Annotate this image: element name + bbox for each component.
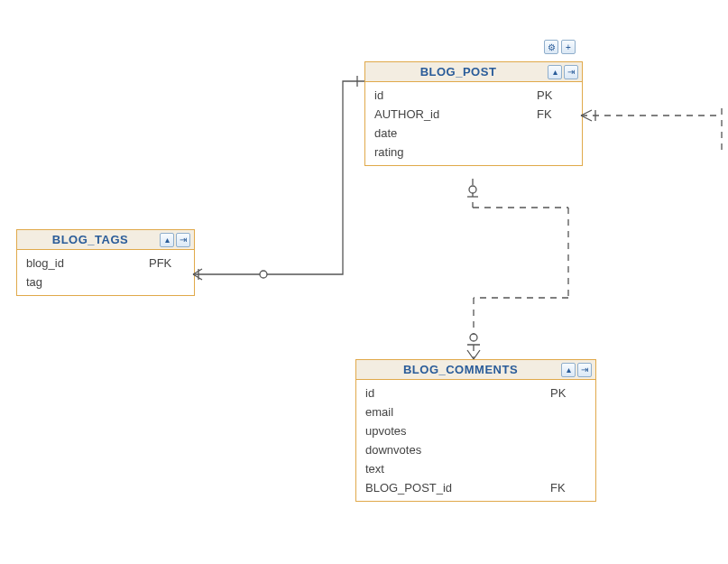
erd-canvas: { "toolbar": { "gear": "⚙", "plus": "+",… [0, 0, 728, 564]
col-key [550, 443, 586, 457]
col-key [537, 145, 573, 159]
collapse-icon[interactable]: ▴ [548, 65, 562, 79]
entity-title: BLOG_TAGS [21, 233, 160, 246]
col-key: PK [537, 88, 573, 102]
col-name: blog_id [26, 256, 149, 270]
entity-header-blog-comments[interactable]: BLOG_COMMENTS ▴ ⇥ [356, 360, 595, 380]
col-key [550, 462, 586, 476]
expand-icon[interactable]: ⇥ [564, 65, 578, 79]
table-row: blog_id PFK [17, 254, 194, 273]
entity-blog-tags[interactable]: BLOG_TAGS ▴ ⇥ blog_id PFK tag [16, 229, 195, 296]
expand-icon[interactable]: ⇥ [577, 363, 592, 377]
expand-icon[interactable]: ⇥ [176, 233, 190, 247]
collapse-icon[interactable]: ▴ [160, 233, 174, 247]
col-name: rating [374, 145, 537, 159]
table-row: text [356, 459, 595, 478]
col-key [550, 405, 586, 419]
table-row: rating [365, 143, 582, 162]
plus-icon[interactable]: + [561, 40, 576, 54]
gear-icon[interactable]: ⚙ [544, 40, 558, 54]
col-name: email [365, 405, 550, 419]
entity-blog-post[interactable]: BLOG_POST ▴ ⇥ id PK AUTHOR_id FK date ra… [364, 61, 583, 166]
svg-point-2 [470, 334, 477, 341]
col-name: tag [26, 275, 149, 289]
table-row: downvotes [356, 440, 595, 459]
col-key [550, 424, 586, 438]
entity-body: id PK AUTHOR_id FK date rating [365, 82, 582, 165]
svg-point-0 [260, 271, 267, 278]
col-name: BLOG_POST_id [365, 481, 550, 495]
entity-body: id PK email upvotes downvotes text BLOG_… [356, 380, 595, 501]
header-icons: ▴ ⇥ [561, 363, 592, 377]
col-name: downvotes [365, 443, 550, 457]
table-row: tag [17, 273, 194, 291]
col-key: FK [537, 107, 573, 121]
col-name: id [374, 88, 537, 102]
table-row: email [356, 402, 595, 421]
col-key: PK [550, 386, 586, 400]
col-name: id [365, 386, 550, 400]
entity-title: BLOG_COMMENTS [360, 363, 561, 376]
entity-body: blog_id PFK tag [17, 250, 194, 295]
col-key: PFK [149, 256, 185, 270]
col-name: AUTHOR_id [374, 107, 537, 121]
col-name: text [365, 462, 550, 476]
table-row: id PK [365, 86, 582, 105]
col-name: upvotes [365, 424, 550, 438]
table-row: AUTHOR_id FK [365, 105, 582, 124]
table-row: date [365, 124, 582, 143]
table-row: upvotes [356, 421, 595, 440]
table-row: BLOG_POST_id FK [356, 478, 595, 497]
header-icons: ▴ ⇥ [160, 233, 190, 247]
entity-title: BLOG_POST [369, 65, 548, 79]
floating-toolbar: ⚙ + [544, 40, 576, 54]
col-key: FK [550, 481, 586, 495]
header-icons: ▴ ⇥ [548, 65, 578, 79]
table-row: id PK [356, 384, 595, 402]
svg-point-1 [469, 186, 476, 193]
entity-header-blog-tags[interactable]: BLOG_TAGS ▴ ⇥ [17, 230, 194, 250]
entity-blog-comments[interactable]: BLOG_COMMENTS ▴ ⇥ id PK email upvotes do… [355, 359, 596, 502]
col-key [149, 275, 185, 289]
entity-header-blog-post[interactable]: BLOG_POST ▴ ⇥ [365, 62, 582, 82]
col-key [537, 126, 573, 140]
col-name: date [374, 126, 537, 140]
collapse-icon[interactable]: ▴ [561, 363, 576, 377]
